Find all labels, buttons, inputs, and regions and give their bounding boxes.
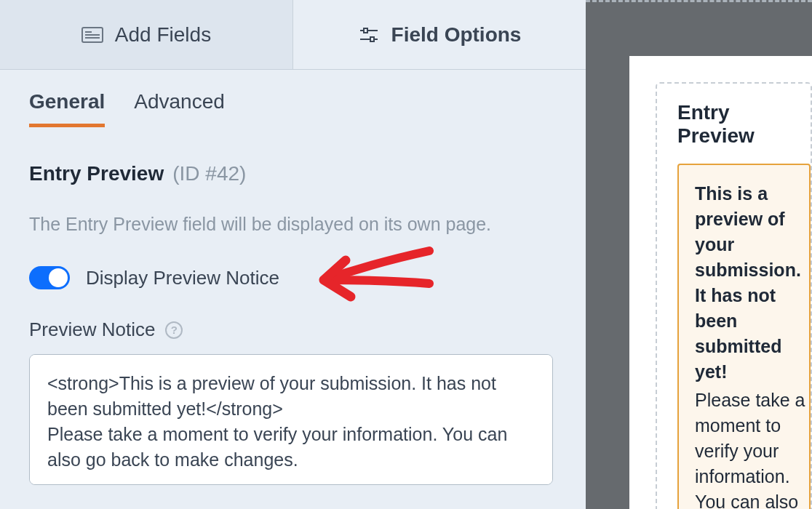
subtab-general[interactable]: General bbox=[29, 90, 105, 127]
subtab-advanced[interactable]: Advanced bbox=[134, 90, 225, 127]
svg-rect-7 bbox=[370, 37, 374, 41]
svg-rect-5 bbox=[364, 28, 367, 33]
tab-add-fields-label: Add Fields bbox=[115, 23, 211, 47]
field-description: The Entry Preview field will be displaye… bbox=[29, 212, 557, 237]
preview-notice-label-row: Preview Notice ? bbox=[29, 318, 557, 341]
display-preview-notice-toggle[interactable] bbox=[29, 266, 70, 289]
entry-preview-box[interactable]: Entry Preview This is a preview of your … bbox=[656, 82, 812, 509]
options-content: Entry Preview (ID #42) The Entry Preview… bbox=[0, 127, 586, 488]
toggle-knob bbox=[49, 268, 68, 287]
sub-tabs: General Advanced bbox=[0, 70, 586, 127]
notice-text-1: Please take a moment to verify your info… bbox=[695, 388, 809, 509]
preview-notice-label: Preview Notice bbox=[29, 318, 155, 341]
top-tabs: Add Fields Field Options bbox=[0, 0, 586, 70]
form-fields-icon bbox=[81, 27, 103, 43]
field-heading: Entry Preview bbox=[29, 162, 164, 185]
sliders-icon bbox=[358, 27, 380, 43]
tab-field-options[interactable]: Field Options bbox=[293, 0, 586, 69]
preview-notice-textarea[interactable] bbox=[29, 354, 553, 485]
toggle-row: Display Preview Notice bbox=[29, 266, 557, 289]
form-preview-panel: Entry Preview This is a preview of your … bbox=[586, 0, 812, 509]
tab-field-options-label: Field Options bbox=[391, 23, 522, 47]
heading-row: Entry Preview (ID #42) bbox=[29, 162, 557, 185]
toggle-label: Display Preview Notice bbox=[86, 267, 279, 289]
preview-title: Entry Preview bbox=[677, 101, 811, 148]
preview-card: Entry Preview This is a preview of your … bbox=[629, 56, 812, 509]
field-options-sidebar: Add Fields Field Options General Advance… bbox=[0, 0, 586, 509]
help-icon[interactable]: ? bbox=[165, 321, 183, 339]
field-id: (ID #42) bbox=[172, 162, 246, 185]
notice-bold: This is a preview of your submission. It… bbox=[695, 181, 809, 385]
tab-add-fields[interactable]: Add Fields bbox=[0, 0, 293, 69]
notice-box: This is a preview of your submission. It… bbox=[677, 164, 811, 509]
